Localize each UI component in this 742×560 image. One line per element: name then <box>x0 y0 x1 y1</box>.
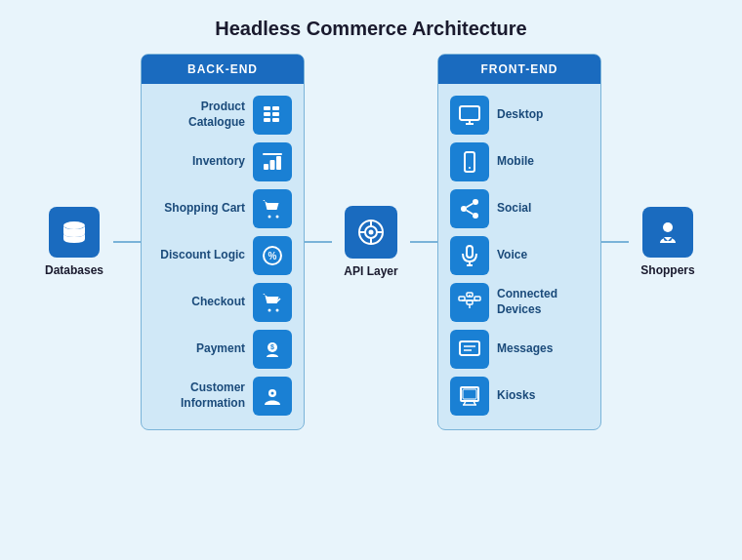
list-item: Shopping Cart <box>142 185 304 232</box>
databases-label: Databases <box>45 263 103 277</box>
svg-rect-49 <box>460 341 479 355</box>
shoppers-label: Shoppers <box>640 263 694 277</box>
payment-icon: $ <box>253 330 292 369</box>
mobile-label: Mobile <box>497 154 589 170</box>
svg-point-34 <box>461 206 467 212</box>
checkout-icon <box>253 283 292 322</box>
list-item: Inventory <box>142 139 304 185</box>
kiosks-label: Kiosks <box>497 388 589 404</box>
backend-panel: BACK-END Product Catalogue Inventory Sho… <box>141 54 305 430</box>
list-item: Payment $ <box>142 326 304 373</box>
svg-rect-5 <box>272 112 279 116</box>
list-item: Mobile <box>438 139 600 185</box>
svg-point-27 <box>369 230 374 235</box>
svg-rect-8 <box>270 160 275 170</box>
svg-rect-2 <box>264 112 270 116</box>
list-item: Connected Devices <box>438 279 600 326</box>
svg-point-0 <box>63 221 85 229</box>
svg-rect-3 <box>264 118 270 122</box>
svg-rect-10 <box>263 153 282 155</box>
svg-text:%: % <box>268 251 277 261</box>
desktop-label: Desktop <box>497 107 589 123</box>
svg-rect-28 <box>460 106 479 120</box>
kiosks-icon <box>450 377 489 416</box>
backend-api-connector <box>305 241 332 243</box>
list-item: Checkout <box>142 279 304 326</box>
databases-icon <box>49 207 100 258</box>
product-catalogue-icon <box>253 96 292 135</box>
shoppers-icon <box>642 207 693 258</box>
voice-icon <box>450 236 489 275</box>
svg-point-11 <box>268 216 271 219</box>
svg-rect-4 <box>272 106 279 110</box>
list-item: Desktop <box>438 92 600 139</box>
shopping-cart-icon <box>253 189 292 228</box>
page-title: Headless Commerce Architecture <box>215 18 526 40</box>
list-item: Voice <box>438 232 600 279</box>
customer-info-label: Customer Information <box>153 380 245 411</box>
messages-label: Messages <box>497 341 589 357</box>
frontend-header: FRONT-END <box>438 55 600 84</box>
payment-label: Payment <box>153 341 245 357</box>
social-icon <box>450 189 489 228</box>
left-connector <box>113 241 141 243</box>
mobile-icon <box>450 142 489 181</box>
messages-icon <box>450 330 489 369</box>
list-item: Product Catalogue <box>142 92 304 139</box>
svg-point-20 <box>271 392 274 395</box>
backend-header: BACK-END <box>142 55 304 84</box>
frontend-panel: FRONT-END Desktop Mobile Social <box>437 54 601 430</box>
right-connector <box>601 241 629 243</box>
svg-rect-7 <box>264 164 268 170</box>
svg-rect-6 <box>272 118 279 122</box>
shoppers-element: Shoppers <box>629 207 707 277</box>
svg-rect-53 <box>463 389 476 399</box>
inventory-label: Inventory <box>153 154 245 170</box>
svg-point-35 <box>473 213 478 219</box>
voice-label: Voice <box>497 248 589 263</box>
list-item: Discount Logic % <box>142 232 304 279</box>
product-catalogue-label: Product Catalogue <box>153 100 245 130</box>
list-item: Social <box>438 185 600 232</box>
svg-point-57 <box>663 222 673 232</box>
discount-logic-label: Discount Logic <box>153 248 245 263</box>
connected-devices-label: Connected Devices <box>497 287 589 317</box>
svg-point-16 <box>276 309 279 312</box>
svg-text:$: $ <box>270 343 274 351</box>
api-frontend-connector <box>410 241 437 243</box>
api-label: API Layer <box>344 264 397 278</box>
databases-element: Databases <box>35 207 113 277</box>
checkout-label: Checkout <box>153 295 245 310</box>
svg-rect-1 <box>264 106 270 110</box>
connected-devices-icon <box>450 283 489 322</box>
discount-logic-icon: % <box>253 236 292 275</box>
svg-rect-9 <box>276 156 281 170</box>
svg-rect-38 <box>467 246 473 258</box>
list-item: Kiosks <box>438 373 600 420</box>
svg-point-15 <box>268 309 271 312</box>
api-icon <box>345 206 397 259</box>
api-layer: API Layer <box>332 206 410 278</box>
desktop-icon <box>450 96 489 135</box>
svg-line-36 <box>467 211 474 215</box>
shopping-cart-label: Shopping Cart <box>153 201 245 217</box>
social-label: Social <box>497 201 589 217</box>
inventory-icon <box>253 142 292 181</box>
svg-line-37 <box>467 204 474 208</box>
list-item: Customer Information <box>142 373 304 420</box>
list-item: Messages <box>438 326 600 373</box>
svg-point-12 <box>276 216 279 219</box>
customer-info-icon <box>253 377 292 416</box>
svg-point-32 <box>469 167 471 169</box>
svg-point-33 <box>473 199 478 205</box>
